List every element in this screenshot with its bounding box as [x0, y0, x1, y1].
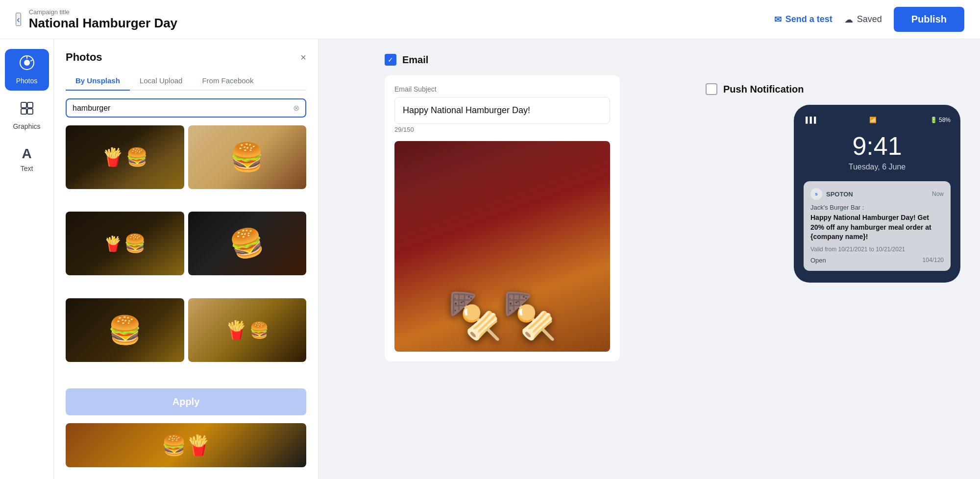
push-section-label: Push Notification [723, 84, 804, 95]
phone-status-bar: ▐▐▐ 📶 🔋 58% [804, 117, 951, 123]
saved-button[interactable]: ☁ Saved [844, 14, 882, 25]
email-subject-input[interactable] [394, 97, 610, 124]
notif-app-info: S SPOTON [810, 188, 853, 200]
bottom-image-preview: 🍔🍟 [66, 423, 306, 467]
sidebar-item-label-text: Text [21, 165, 33, 172]
notif-sender: Jack's Burger Bar : [810, 204, 944, 211]
preview-icon: 🍔🍟 [162, 434, 211, 457]
canvas-area: ✓ Email Email Subject 29/150 🍢🍢 [318, 39, 686, 479]
phone-time: 9:41 [804, 131, 951, 161]
sidebar-item-text[interactable]: A Text [5, 140, 49, 178]
tab-by-unsplash[interactable]: By Unsplash [66, 72, 130, 91]
notif-char-count: 104/120 [923, 257, 944, 263]
notif-message: Happy National Hamburger Day! Get 20% of… [810, 213, 944, 242]
header: ‹ Campaign title National Hamburger Day … [0, 0, 980, 39]
main-layout: Photos Graphics A Text Photos × By [0, 39, 980, 479]
phone-date: Tuesday, 6 June [804, 163, 951, 171]
photos-panel: Photos × By Unsplash Local Upload From F… [54, 39, 318, 479]
photo-item-5[interactable]: 🍔 [66, 298, 184, 362]
email-section: ✓ Email Email Subject 29/150 🍢🍢 [385, 54, 620, 361]
sidebar-item-photos[interactable]: Photos [5, 49, 49, 91]
sidebar-item-label-graphics: Graphics [13, 122, 40, 130]
cloud-icon: ☁ [844, 14, 853, 25]
svg-line-3 [30, 60, 33, 61]
text-icon: A [22, 146, 31, 162]
svg-point-1 [24, 60, 30, 66]
send-test-button[interactable]: ✉ Send a test [774, 14, 833, 25]
sidebar-item-label-photos: Photos [16, 77, 38, 85]
char-count: 29/150 [394, 126, 610, 133]
clear-search-icon[interactable]: ⊗ [293, 103, 299, 113]
svg-rect-5 [27, 102, 33, 108]
back-button[interactable]: ‹ [16, 13, 21, 26]
photo-item-2[interactable]: 🍔 [188, 125, 307, 189]
email-form: Email Subject 29/150 🍢🍢 [385, 75, 620, 361]
graphics-icon [19, 100, 35, 120]
tab-from-facebook[interactable]: From Facebook [192, 72, 263, 91]
notif-time: Now [932, 191, 944, 197]
sidebar: Photos Graphics A Text [0, 39, 54, 479]
photo-item-6[interactable]: 🍟 🍔 [188, 298, 307, 362]
phone-mockup: ▐▐▐ 📶 🔋 58% 9:41 Tuesday, 6 June S SPOTO… [794, 105, 960, 283]
close-button[interactable]: × [300, 52, 306, 63]
notif-open-label[interactable]: Open [810, 257, 826, 264]
email-burger-image: 🍢🍢 [447, 290, 557, 342]
push-section-header: Push Notification [706, 83, 804, 95]
svg-rect-7 [27, 109, 33, 114]
photo-tabs: By Unsplash Local Upload From Facebook [66, 72, 306, 91]
notif-app-name: SPOTON [826, 191, 853, 198]
photo-item-1[interactable]: 🍟 🍔 [66, 125, 184, 189]
svg-rect-6 [21, 109, 26, 114]
push-notification-card: S SPOTON Now Jack's Burger Bar : Happy N… [804, 181, 951, 271]
photo-grid: 🍟 🍔 🍔 🍟 🍔 🍔 [66, 125, 306, 381]
notif-valid: Valid from 10/21/2021 to 10/21/2021 [810, 246, 944, 253]
search-wrapper: ⊗ [66, 98, 306, 118]
email-section-label: Email [402, 54, 428, 66]
title-group: Campaign title National Hamburger Day [29, 8, 774, 31]
campaign-label: Campaign title [29, 8, 774, 16]
apply-button[interactable]: Apply [66, 388, 306, 415]
email-section-header: ✓ Email [385, 54, 620, 66]
right-area: Push Notification ▐▐▐ 📶 🔋 58% 9:41 Tuesd… [686, 39, 980, 479]
svg-rect-4 [21, 102, 26, 108]
sidebar-item-graphics[interactable]: Graphics [5, 95, 49, 136]
push-notification-checkbox[interactable] [706, 83, 717, 95]
notif-footer: Open 104/120 [810, 257, 944, 264]
photo-item-4[interactable]: 🍔 [188, 212, 307, 275]
panel-header: Photos × [66, 51, 306, 64]
signal-icon: ▐▐▐ [804, 117, 816, 123]
wifi-icon: 📶 [869, 117, 877, 123]
photos-icon [19, 55, 35, 74]
notif-header: S SPOTON Now [810, 188, 944, 200]
photo-item-3[interactable]: 🍟 🍔 [66, 212, 184, 275]
publish-button[interactable]: Publish [894, 7, 964, 32]
notif-app-icon: S [810, 188, 822, 200]
email-checkbox[interactable]: ✓ [385, 54, 396, 66]
email-image-preview: 🍢🍢 [394, 141, 610, 352]
tab-local-upload[interactable]: Local Upload [130, 72, 193, 91]
header-actions: ✉ Send a test ☁ Saved Publish [774, 7, 964, 32]
subject-label: Email Subject [394, 85, 610, 93]
mail-icon: ✉ [774, 14, 782, 25]
panel-title: Photos [66, 51, 102, 64]
battery-info: 🔋 58% [930, 117, 951, 123]
page-title: National Hamburger Day [29, 16, 774, 31]
search-input[interactable] [73, 104, 289, 113]
